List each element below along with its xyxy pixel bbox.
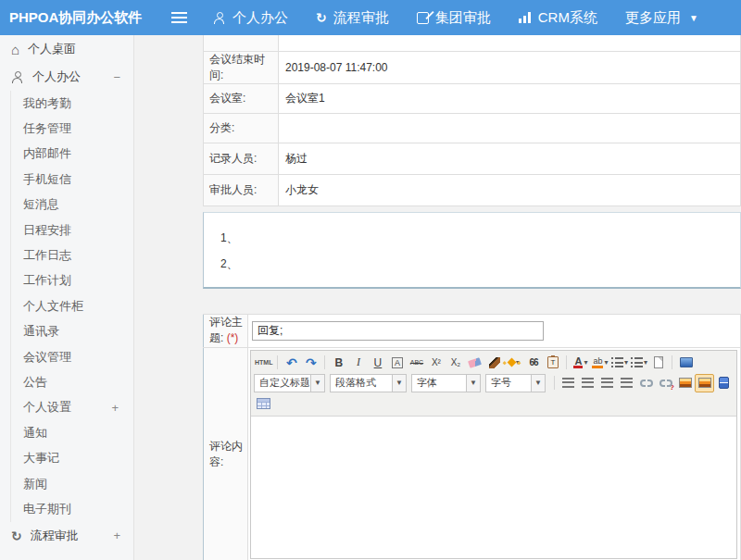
ordered-list-button[interactable]: ▾: [609, 354, 629, 372]
superscript-button[interactable]: X²: [426, 354, 446, 372]
sidebar-item-process-approval[interactable]: ↻ 流程审批 +: [0, 522, 133, 550]
italic-button[interactable]: I: [348, 354, 368, 372]
unlink-icon: [659, 380, 672, 387]
new-document-button[interactable]: [648, 354, 668, 372]
comment-subject-input[interactable]: [252, 321, 544, 341]
blank-page-icon: [654, 356, 663, 368]
sidebar-item-schedule[interactable]: 日程安排: [11, 218, 133, 243]
undo-button[interactable]: ↶: [282, 354, 301, 372]
chevron-down-icon: ▾: [644, 358, 647, 367]
insert-media-button[interactable]: [714, 374, 734, 392]
insert-image-button[interactable]: [675, 374, 695, 392]
align-center-button[interactable]: [578, 374, 597, 392]
format-painter-button[interactable]: [484, 354, 504, 372]
main-content: 会议结束时间: 2019-08-07 11:47:00 会议室: 会议室1 分类…: [135, 35, 741, 560]
blockquote-button[interactable]: 66: [523, 354, 543, 372]
bar-chart-icon: [519, 12, 532, 23]
align-right-icon: [601, 378, 613, 388]
chevron-down-icon: ▾: [516, 358, 520, 367]
hamburger-menu-icon[interactable]: [171, 12, 187, 23]
sidebar-item-label: 电子期刊: [23, 501, 71, 517]
sidebar-item-meeting-management[interactable]: 会议管理: [11, 344, 133, 369]
sidebar-item-label: 会议管理: [23, 349, 71, 366]
paragraph-format-select[interactable]: 段落格式▼: [330, 374, 407, 392]
remove-format-button[interactable]: [465, 354, 484, 372]
person-icon: [213, 12, 226, 24]
field-label: 会议室:: [204, 83, 279, 113]
font-size-select[interactable]: 字号▼: [485, 374, 546, 392]
sidebar-item-work-plan[interactable]: 工作计划: [11, 268, 133, 293]
sidebar-item-contacts[interactable]: 通讯录: [11, 319, 133, 344]
expand-icon[interactable]: +: [111, 401, 119, 415]
multi-image-button[interactable]: [695, 374, 714, 392]
editor-toolbar: HTML ↶ ↷ B I U A ABC X²: [251, 351, 736, 417]
sidebar-item-task-management[interactable]: 任务管理: [11, 116, 133, 141]
toolbar-row-2: 自定义标题▼ 段落格式▼ 字体▼ 字号▼: [254, 373, 734, 393]
undo-icon: ↶: [286, 355, 297, 370]
sidebar-item-my-attendance[interactable]: 我的考勤: [11, 91, 133, 116]
fullscreen-button[interactable]: [676, 354, 696, 372]
field-value: 会议室1: [279, 83, 741, 113]
source-code-button[interactable]: HTML: [254, 354, 273, 372]
sidebar-item-notice[interactable]: 通知: [11, 420, 133, 445]
sidebar-item-major-events[interactable]: 大事记: [11, 445, 133, 470]
font-family-select[interactable]: 字体▼: [411, 374, 481, 392]
app-logo: PHPOA协同办公软件: [0, 9, 171, 27]
collapse-icon[interactable]: −: [113, 70, 120, 84]
remove-link-button[interactable]: [656, 374, 675, 392]
toolbar-separator: [324, 355, 325, 369]
text-border-button[interactable]: A: [387, 354, 407, 372]
unordered-list-button[interactable]: ▾: [629, 354, 648, 372]
monitor-icon: [680, 357, 693, 367]
insert-link-button[interactable]: [636, 374, 656, 392]
bold-button[interactable]: B: [329, 354, 348, 372]
sidebar-item-e-journal[interactable]: 电子期刊: [11, 496, 133, 521]
underline-button[interactable]: U: [368, 354, 387, 372]
toolbar-separator: [554, 376, 555, 390]
align-justify-button[interactable]: [617, 374, 636, 392]
sidebar-item-personal-files[interactable]: 个人文件柜: [11, 293, 133, 318]
top-bar: PHPOA协同办公软件 个人办公 ↻ 流程审批 集团审批 CRM系统 更多应用 …: [0, 0, 741, 35]
sidebar-item-personal-desktop[interactable]: ⌂ 个人桌面: [0, 35, 133, 63]
align-left-button[interactable]: [559, 374, 578, 392]
nav-process-approval[interactable]: ↻ 流程审批: [316, 9, 389, 27]
align-left-icon: [562, 378, 574, 388]
nav-crm-system[interactable]: CRM系统: [519, 9, 597, 27]
chevron-down-icon: ▼: [392, 375, 406, 392]
highlight-color-button[interactable]: ab▾: [590, 354, 609, 372]
insert-table-button[interactable]: [254, 394, 273, 413]
strikethrough-button[interactable]: ABC: [407, 354, 426, 372]
align-justify-icon: [621, 378, 633, 388]
sidebar-item-label: 内部邮件: [23, 145, 71, 162]
field-label: 记录人员:: [204, 143, 279, 174]
nav-more-apps[interactable]: 更多应用 ▼: [625, 9, 698, 27]
paste-as-text-button[interactable]: T: [543, 354, 562, 372]
sidebar-item-news[interactable]: 新闻: [11, 471, 133, 496]
sidebar-item-short-message[interactable]: 短消息: [11, 193, 133, 218]
font-color-button[interactable]: A▾: [571, 354, 590, 372]
nav-personal-office[interactable]: 个人办公: [213, 9, 288, 27]
table-row-recorder: 记录人员: 杨过: [204, 143, 741, 174]
editor-content-area[interactable]: [251, 417, 736, 558]
sidebar-item-personal-office[interactable]: 个人办公 −: [0, 63, 133, 91]
sidebar-item-label: 任务管理: [23, 120, 71, 137]
redo-button[interactable]: ↷: [301, 354, 320, 372]
sidebar-item-announcement[interactable]: 公告: [11, 369, 133, 394]
chevron-down-icon: ▾: [624, 358, 628, 367]
sidebar-item-personal-settings[interactable]: 个人设置+: [11, 395, 133, 420]
expand-icon[interactable]: +: [113, 529, 120, 542]
subscript-button[interactable]: X₂: [446, 354, 465, 372]
sidebar-item-sms[interactable]: 手机短信: [11, 167, 133, 192]
field-label: 会议结束时间:: [204, 51, 279, 83]
flow-arrow-icon: ↻: [316, 11, 327, 24]
strikethrough-icon: ABC: [410, 359, 423, 366]
field-value: 杨过: [279, 143, 741, 174]
chevron-down-icon: ▾: [604, 358, 608, 367]
custom-heading-select[interactable]: 自定义标题▼: [254, 374, 325, 392]
align-right-button[interactable]: [597, 374, 617, 392]
sidebar-item-internal-mail[interactable]: 内部邮件: [11, 142, 133, 167]
sidebar-item-label: 个人桌面: [28, 41, 76, 57]
sidebar-item-work-log[interactable]: 工作日志: [11, 243, 133, 268]
quick-format-button[interactable]: ▾: [504, 354, 523, 372]
nav-group-approval[interactable]: 集团审批: [417, 9, 491, 27]
